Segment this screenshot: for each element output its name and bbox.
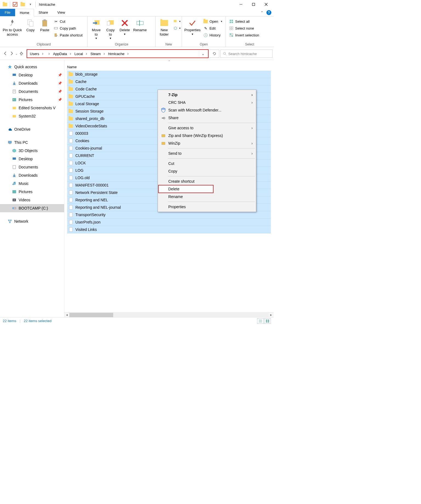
column-headers[interactable]: Name <box>64 64 274 71</box>
file-row[interactable]: blob_storage <box>67 71 271 78</box>
scroll-right-icon[interactable]: ► <box>269 313 274 316</box>
sidebar-item[interactable]: Music <box>0 179 64 188</box>
forward-button[interactable] <box>9 51 14 56</box>
cm-7zip[interactable]: 7-Zip› <box>158 91 255 99</box>
collapse-ribbon-icon[interactable]: ⌃ <box>260 10 264 15</box>
sidebar-item[interactable]: Edited Screenshots V <box>0 104 64 112</box>
paste-button[interactable]: Paste <box>38 18 52 33</box>
easy-access-button[interactable]: ▾ <box>172 25 182 31</box>
sidebar-item[interactable]: Downloads <box>0 171 64 179</box>
file-name: Cookies-journal <box>75 146 102 150</box>
recent-dropdown[interactable]: ⌄ <box>15 52 18 55</box>
tab-view[interactable]: View <box>53 9 70 16</box>
file-name: VideoDecodeStats <box>75 124 107 128</box>
column-name[interactable]: Name <box>67 65 171 69</box>
file-row[interactable]: TransportSecurity <box>67 211 271 219</box>
file-name: LOG <box>75 168 84 173</box>
scroll-left-icon[interactable]: ◄ <box>64 313 69 316</box>
tab-share[interactable]: Share <box>34 9 53 16</box>
pin-quick-access-button[interactable]: Pin to Quick access <box>2 18 23 37</box>
open-button[interactable]: Open▾ <box>202 18 224 25</box>
maximize-button[interactable] <box>247 0 260 9</box>
sidebar-item[interactable]: BOOTCAMP (C:) <box>0 204 64 212</box>
sidebar-onedrive[interactable]: OneDrive <box>0 125 64 133</box>
view-details-button[interactable] <box>257 318 264 324</box>
sidebar-item[interactable]: Documents📌 <box>0 87 64 96</box>
cm-create-shortcut[interactable]: Create shortcut <box>158 177 255 185</box>
sidebar-item[interactable]: Videos <box>0 196 64 204</box>
rename-icon <box>136 19 144 27</box>
breadcrumb-segment[interactable]: htmlcache <box>107 50 130 58</box>
file-row[interactable]: UserPrefs.json <box>67 219 271 226</box>
new-folder-button[interactable]: New folder <box>157 18 171 37</box>
cm-rename[interactable]: Rename <box>158 193 255 201</box>
move-to-button[interactable]: Move to▼ <box>89 18 103 41</box>
rename-button[interactable]: Rename <box>132 18 148 33</box>
up-button[interactable] <box>19 51 24 56</box>
qat-properties-icon[interactable] <box>12 2 18 7</box>
cm-crc-sha[interactable]: CRC SHA› <box>158 99 255 106</box>
breadcrumb-segment[interactable]: AppData <box>52 50 73 58</box>
cm-defender[interactable]: Scan with Microsoft Defender... <box>158 106 255 114</box>
file-row[interactable]: Cache <box>67 78 271 85</box>
invert-selection-button[interactable]: Invert selection <box>227 32 261 38</box>
copy-to-button[interactable]: Copy to▼ <box>104 18 117 41</box>
cm-share[interactable]: Share <box>158 114 255 122</box>
select-all-button[interactable]: Select all <box>227 18 261 25</box>
delete-button[interactable]: Delete▼ <box>118 18 132 36</box>
help-icon[interactable]: ? <box>266 10 271 15</box>
paste-shortcut-button[interactable]: Paste shortcut <box>52 32 84 38</box>
breadcrumb-dropdown-icon[interactable]: ⌄ <box>199 50 207 58</box>
sidebar-item[interactable]: Desktop📌 <box>0 71 64 79</box>
sidebar-item-label: System32 <box>19 114 36 118</box>
search-input[interactable]: Search htmlcache <box>220 50 272 58</box>
refresh-button[interactable] <box>209 50 219 58</box>
edit-button[interactable]: ✎Edit <box>202 25 224 31</box>
horizontal-scrollbar[interactable]: ◄ ► <box>64 312 274 317</box>
sidebar-item[interactable]: 3D Objects <box>0 147 64 155</box>
sidebar-item[interactable]: Downloads📌 <box>0 79 64 87</box>
breadcrumb-segment[interactable] <box>45 50 51 58</box>
tab-home[interactable]: Home <box>15 9 34 16</box>
cut-button[interactable]: ✂Cut <box>52 18 84 25</box>
sidebar-item[interactable]: Pictures <box>0 188 64 196</box>
copy-button[interactable]: Copy <box>24 18 37 33</box>
cm-delete[interactable]: Delete <box>158 185 213 193</box>
cm-cut[interactable]: Cut <box>158 160 255 167</box>
back-button[interactable] <box>3 51 8 56</box>
breadcrumb-segment[interactable]: Local <box>73 50 89 58</box>
sidebar-quick-access[interactable]: Quick access <box>0 63 64 71</box>
cm-copy[interactable]: Copy <box>158 167 255 175</box>
tab-file[interactable]: File <box>0 9 15 16</box>
sidebar-item[interactable]: Documents <box>0 163 64 171</box>
sidebar-network[interactable]: Network <box>0 217 64 225</box>
cm-properties[interactable]: Properties <box>158 203 255 211</box>
breadcrumb[interactable]: UsersAppDataLocalSteamhtmlcache⌄ <box>27 50 208 58</box>
cm-send-to[interactable]: Send to› <box>158 150 255 157</box>
qat-dropdown-icon[interactable]: ▼ <box>28 2 33 7</box>
sidebar-this-pc[interactable]: This PC <box>0 138 64 147</box>
properties-button[interactable]: Properties▼ <box>184 18 201 36</box>
cm-winzip[interactable]: WinZip› <box>158 139 255 147</box>
sidebar-item[interactable]: System32 <box>0 112 64 120</box>
close-button[interactable] <box>260 0 272 9</box>
qat-folder-icon[interactable] <box>20 2 25 7</box>
scroll-thumb[interactable] <box>69 313 113 317</box>
history-button[interactable]: 🕓History <box>202 32 224 38</box>
view-large-icons-button[interactable] <box>264 318 271 324</box>
cm-give-access[interactable]: Give access to› <box>158 124 255 132</box>
collapse-ribbon-hint-icon[interactable]: ⌃ <box>64 60 274 64</box>
minimize-button[interactable] <box>235 0 247 9</box>
svg-rect-52 <box>9 222 11 223</box>
folder-icon <box>68 72 73 77</box>
copy-path-button[interactable]: Copy path <box>52 25 84 31</box>
cm-zip-share[interactable]: Zip and Share (WinZip Express) <box>158 132 255 139</box>
new-item-button[interactable]: ▾ <box>172 18 182 25</box>
breadcrumb-segment[interactable]: Users <box>28 50 45 58</box>
navigation-pane[interactable]: Quick access Desktop📌Downloads📌Documents… <box>0 60 64 317</box>
breadcrumb-segment[interactable]: Steam <box>89 50 107 58</box>
sidebar-item[interactable]: Desktop <box>0 155 64 163</box>
file-row[interactable]: Visited Links <box>67 226 271 233</box>
select-none-button[interactable]: Select none <box>227 25 261 31</box>
sidebar-item[interactable]: Pictures📌 <box>0 96 64 104</box>
